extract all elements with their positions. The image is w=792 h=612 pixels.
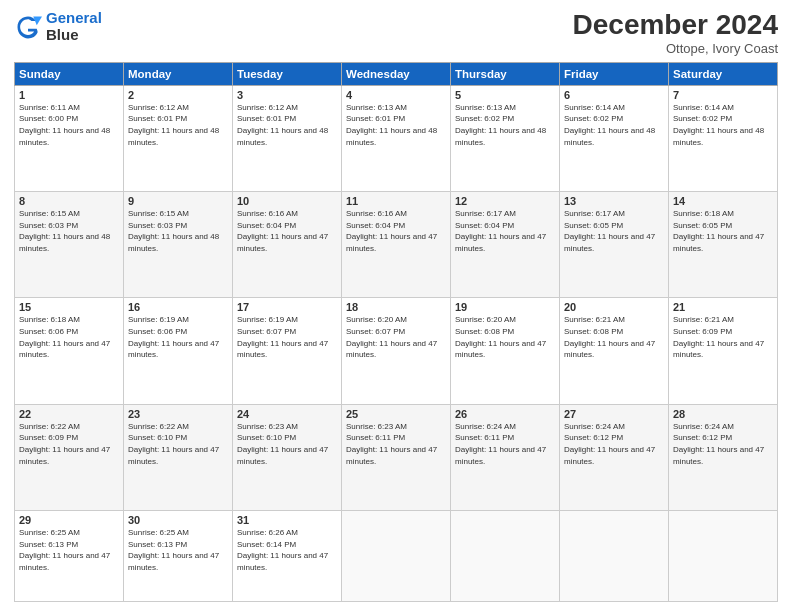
logo: General Blue bbox=[14, 10, 102, 43]
col-header-wednesday: Wednesday bbox=[342, 62, 451, 85]
header: General Blue December 2024 Ottope, Ivory… bbox=[14, 10, 778, 56]
calendar-cell: 18Sunrise: 6:20 AMSunset: 6:07 PMDayligh… bbox=[342, 298, 451, 404]
page: General Blue December 2024 Ottope, Ivory… bbox=[0, 0, 792, 612]
day-number: 28 bbox=[673, 408, 773, 420]
calendar-cell: 20Sunrise: 6:21 AMSunset: 6:08 PMDayligh… bbox=[560, 298, 669, 404]
day-number: 23 bbox=[128, 408, 228, 420]
calendar-cell: 12Sunrise: 6:17 AMSunset: 6:04 PMDayligh… bbox=[451, 192, 560, 298]
day-number: 20 bbox=[564, 301, 664, 313]
calendar-cell: 29Sunrise: 6:25 AMSunset: 6:13 PMDayligh… bbox=[15, 511, 124, 602]
day-info: Sunrise: 6:23 AMSunset: 6:11 PMDaylight:… bbox=[346, 421, 446, 467]
day-number: 27 bbox=[564, 408, 664, 420]
day-info: Sunrise: 6:17 AMSunset: 6:05 PMDaylight:… bbox=[564, 208, 664, 254]
calendar-cell bbox=[342, 511, 451, 602]
day-number: 14 bbox=[673, 195, 773, 207]
calendar-cell: 6Sunrise: 6:14 AMSunset: 6:02 PMDaylight… bbox=[560, 85, 669, 191]
day-info: Sunrise: 6:20 AMSunset: 6:08 PMDaylight:… bbox=[455, 314, 555, 360]
calendar-cell: 23Sunrise: 6:22 AMSunset: 6:10 PMDayligh… bbox=[124, 404, 233, 510]
logo-line1: General bbox=[46, 9, 102, 26]
day-number: 24 bbox=[237, 408, 337, 420]
day-number: 4 bbox=[346, 89, 446, 101]
calendar-table: SundayMondayTuesdayWednesdayThursdayFrid… bbox=[14, 62, 778, 602]
day-info: Sunrise: 6:16 AMSunset: 6:04 PMDaylight:… bbox=[237, 208, 337, 254]
calendar-cell: 27Sunrise: 6:24 AMSunset: 6:12 PMDayligh… bbox=[560, 404, 669, 510]
calendar-cell bbox=[560, 511, 669, 602]
col-header-monday: Monday bbox=[124, 62, 233, 85]
day-number: 12 bbox=[455, 195, 555, 207]
calendar-cell: 15Sunrise: 6:18 AMSunset: 6:06 PMDayligh… bbox=[15, 298, 124, 404]
day-info: Sunrise: 6:25 AMSunset: 6:13 PMDaylight:… bbox=[19, 527, 119, 573]
calendar-cell: 13Sunrise: 6:17 AMSunset: 6:05 PMDayligh… bbox=[560, 192, 669, 298]
calendar-cell: 5Sunrise: 6:13 AMSunset: 6:02 PMDaylight… bbox=[451, 85, 560, 191]
day-info: Sunrise: 6:20 AMSunset: 6:07 PMDaylight:… bbox=[346, 314, 446, 360]
day-info: Sunrise: 6:24 AMSunset: 6:12 PMDaylight:… bbox=[673, 421, 773, 467]
day-number: 10 bbox=[237, 195, 337, 207]
day-number: 17 bbox=[237, 301, 337, 313]
title-block: December 2024 Ottope, Ivory Coast bbox=[573, 10, 778, 56]
day-number: 19 bbox=[455, 301, 555, 313]
calendar-cell: 4Sunrise: 6:13 AMSunset: 6:01 PMDaylight… bbox=[342, 85, 451, 191]
logo-line2: Blue bbox=[46, 27, 102, 44]
calendar-cell: 30Sunrise: 6:25 AMSunset: 6:13 PMDayligh… bbox=[124, 511, 233, 602]
day-number: 26 bbox=[455, 408, 555, 420]
calendar-cell: 28Sunrise: 6:24 AMSunset: 6:12 PMDayligh… bbox=[669, 404, 778, 510]
logo-icon bbox=[14, 13, 42, 41]
day-info: Sunrise: 6:19 AMSunset: 6:06 PMDaylight:… bbox=[128, 314, 228, 360]
calendar-cell: 9Sunrise: 6:15 AMSunset: 6:03 PMDaylight… bbox=[124, 192, 233, 298]
day-number: 1 bbox=[19, 89, 119, 101]
day-number: 2 bbox=[128, 89, 228, 101]
location-subtitle: Ottope, Ivory Coast bbox=[573, 41, 778, 56]
calendar-cell: 3Sunrise: 6:12 AMSunset: 6:01 PMDaylight… bbox=[233, 85, 342, 191]
calendar-cell: 25Sunrise: 6:23 AMSunset: 6:11 PMDayligh… bbox=[342, 404, 451, 510]
col-header-friday: Friday bbox=[560, 62, 669, 85]
day-number: 16 bbox=[128, 301, 228, 313]
calendar-cell: 2Sunrise: 6:12 AMSunset: 6:01 PMDaylight… bbox=[124, 85, 233, 191]
calendar-cell: 21Sunrise: 6:21 AMSunset: 6:09 PMDayligh… bbox=[669, 298, 778, 404]
col-header-saturday: Saturday bbox=[669, 62, 778, 85]
day-info: Sunrise: 6:12 AMSunset: 6:01 PMDaylight:… bbox=[237, 102, 337, 148]
day-number: 30 bbox=[128, 514, 228, 526]
day-number: 7 bbox=[673, 89, 773, 101]
day-number: 8 bbox=[19, 195, 119, 207]
calendar-cell: 14Sunrise: 6:18 AMSunset: 6:05 PMDayligh… bbox=[669, 192, 778, 298]
day-info: Sunrise: 6:13 AMSunset: 6:01 PMDaylight:… bbox=[346, 102, 446, 148]
day-info: Sunrise: 6:24 AMSunset: 6:12 PMDaylight:… bbox=[564, 421, 664, 467]
day-info: Sunrise: 6:21 AMSunset: 6:09 PMDaylight:… bbox=[673, 314, 773, 360]
day-info: Sunrise: 6:18 AMSunset: 6:05 PMDaylight:… bbox=[673, 208, 773, 254]
day-number: 22 bbox=[19, 408, 119, 420]
logo-text: General Blue bbox=[46, 10, 102, 43]
col-header-tuesday: Tuesday bbox=[233, 62, 342, 85]
day-number: 29 bbox=[19, 514, 119, 526]
calendar-cell: 26Sunrise: 6:24 AMSunset: 6:11 PMDayligh… bbox=[451, 404, 560, 510]
day-number: 31 bbox=[237, 514, 337, 526]
day-number: 3 bbox=[237, 89, 337, 101]
day-number: 5 bbox=[455, 89, 555, 101]
day-info: Sunrise: 6:15 AMSunset: 6:03 PMDaylight:… bbox=[128, 208, 228, 254]
calendar-cell: 19Sunrise: 6:20 AMSunset: 6:08 PMDayligh… bbox=[451, 298, 560, 404]
calendar-cell: 31Sunrise: 6:26 AMSunset: 6:14 PMDayligh… bbox=[233, 511, 342, 602]
calendar-cell: 8Sunrise: 6:15 AMSunset: 6:03 PMDaylight… bbox=[15, 192, 124, 298]
col-header-thursday: Thursday bbox=[451, 62, 560, 85]
calendar-cell: 17Sunrise: 6:19 AMSunset: 6:07 PMDayligh… bbox=[233, 298, 342, 404]
day-info: Sunrise: 6:19 AMSunset: 6:07 PMDaylight:… bbox=[237, 314, 337, 360]
col-header-sunday: Sunday bbox=[15, 62, 124, 85]
day-info: Sunrise: 6:23 AMSunset: 6:10 PMDaylight:… bbox=[237, 421, 337, 467]
day-info: Sunrise: 6:24 AMSunset: 6:11 PMDaylight:… bbox=[455, 421, 555, 467]
calendar-cell: 16Sunrise: 6:19 AMSunset: 6:06 PMDayligh… bbox=[124, 298, 233, 404]
day-info: Sunrise: 6:22 AMSunset: 6:10 PMDaylight:… bbox=[128, 421, 228, 467]
day-number: 18 bbox=[346, 301, 446, 313]
day-number: 6 bbox=[564, 89, 664, 101]
calendar-cell: 22Sunrise: 6:22 AMSunset: 6:09 PMDayligh… bbox=[15, 404, 124, 510]
calendar-cell: 11Sunrise: 6:16 AMSunset: 6:04 PMDayligh… bbox=[342, 192, 451, 298]
calendar-cell: 24Sunrise: 6:23 AMSunset: 6:10 PMDayligh… bbox=[233, 404, 342, 510]
day-number: 15 bbox=[19, 301, 119, 313]
day-info: Sunrise: 6:25 AMSunset: 6:13 PMDaylight:… bbox=[128, 527, 228, 573]
calendar-cell bbox=[669, 511, 778, 602]
day-number: 25 bbox=[346, 408, 446, 420]
month-title: December 2024 bbox=[573, 10, 778, 41]
day-info: Sunrise: 6:16 AMSunset: 6:04 PMDaylight:… bbox=[346, 208, 446, 254]
calendar-cell bbox=[451, 511, 560, 602]
day-number: 21 bbox=[673, 301, 773, 313]
day-info: Sunrise: 6:14 AMSunset: 6:02 PMDaylight:… bbox=[673, 102, 773, 148]
calendar-cell: 1Sunrise: 6:11 AMSunset: 6:00 PMDaylight… bbox=[15, 85, 124, 191]
